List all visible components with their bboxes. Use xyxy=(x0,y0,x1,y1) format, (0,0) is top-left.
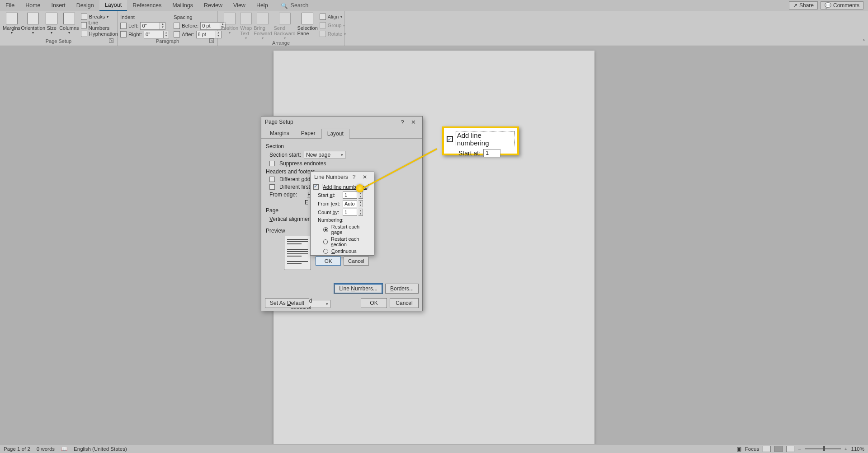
orientation-button[interactable]: Orientation▾ xyxy=(22,12,44,35)
tab-view[interactable]: View xyxy=(228,0,251,10)
status-page[interactable]: Page 1 of 2 xyxy=(4,446,30,452)
page-setup-close-button[interactable]: ✕ xyxy=(408,119,419,126)
web-layout-button[interactable] xyxy=(786,446,794,452)
restart-section-label: Restart each section xyxy=(331,236,371,247)
tab-file[interactable]: File xyxy=(0,0,20,10)
size-label: Size xyxy=(47,25,56,31)
borders-label: Borders... xyxy=(390,285,414,292)
columns-button[interactable]: Columns▾ xyxy=(59,12,79,35)
ps-tab-layout[interactable]: Layout xyxy=(321,129,349,139)
numbering-label: Numbering: xyxy=(318,217,371,223)
tab-home[interactable]: Home xyxy=(20,0,46,10)
paragraph-group-label: Paragraph xyxy=(156,38,179,44)
search-box[interactable]: 🔍 Search xyxy=(274,2,309,9)
ps-tab-paper[interactable]: Paper xyxy=(295,128,321,138)
menu-bar: File Home Insert Design Layout Reference… xyxy=(0,0,868,11)
ps-cancel-button[interactable]: Cancel xyxy=(390,298,419,308)
ribbon: Margins▾ Orientation▾ Size▾ Columns▾ Bre… xyxy=(0,11,868,46)
line-numbers-dialog-button[interactable]: Line Numbers... xyxy=(334,284,382,294)
tab-references[interactable]: References xyxy=(127,0,167,10)
start-at-input[interactable]: 1 xyxy=(343,191,357,199)
status-language[interactable]: English (United States) xyxy=(74,446,127,452)
indent-left-value[interactable]: 0" xyxy=(140,22,160,30)
tab-insert[interactable]: Insert xyxy=(46,0,71,10)
restart-section-radio[interactable] xyxy=(323,239,328,244)
restart-page-radio[interactable] xyxy=(323,227,328,232)
group-icon xyxy=(320,22,326,28)
indent-left[interactable]: Left:0"▲▼ xyxy=(120,22,169,30)
indent-header: Indent xyxy=(120,13,169,21)
hyphenation-button[interactable]: Hyphenation▾ xyxy=(81,30,122,38)
send-backward-button: Send Backward▾ xyxy=(274,12,296,40)
print-layout-button[interactable] xyxy=(774,446,783,452)
status-words[interactable]: 0 words xyxy=(37,446,55,452)
ps-ok-button[interactable]: OK xyxy=(361,298,387,308)
diff-odd-even-checkbox[interactable] xyxy=(269,177,275,182)
indent-right-spinner[interactable]: ▲▼ xyxy=(164,31,169,38)
from-text-spinner[interactable]: ▲▼ xyxy=(359,200,363,207)
from-text-label: From text: xyxy=(318,201,341,206)
vertical-alignment-label: Vertical alignment: xyxy=(269,216,314,222)
ln-help-button[interactable]: ? xyxy=(349,174,359,180)
spacing-after-label: After: xyxy=(182,32,194,37)
continuous-radio[interactable] xyxy=(323,249,328,254)
from-text-input[interactable]: Auto xyxy=(343,200,357,207)
zoom-level[interactable]: 110% xyxy=(851,446,864,452)
suppress-endnotes-checkbox[interactable] xyxy=(269,161,275,166)
set-as-default-button[interactable]: Set As Default xyxy=(265,298,309,308)
hyphenation-icon xyxy=(81,31,87,37)
bring-forward-label: Bring Forward xyxy=(254,25,272,36)
selection-pane-button[interactable]: Selection Pane xyxy=(297,12,318,36)
add-line-numbering-checkbox[interactable] xyxy=(313,184,319,190)
line-numbers-icon xyxy=(81,22,87,28)
spacing-before-value[interactable]: 0 pt xyxy=(200,22,220,30)
ps-tab-margins[interactable]: Margins xyxy=(264,128,295,138)
start-at-spinner[interactable]: ▲▼ xyxy=(359,191,363,199)
zoom-slider[interactable] xyxy=(805,448,841,449)
indent-right-value[interactable]: 0" xyxy=(144,31,164,38)
read-mode-button[interactable] xyxy=(763,446,771,452)
indent-right[interactable]: Right:0"▲▼ xyxy=(120,30,169,38)
section-start-label: Section start: xyxy=(269,152,301,158)
indent-left-spinner[interactable]: ▲▼ xyxy=(160,22,165,30)
ln-cancel-button[interactable]: Cancel xyxy=(344,257,369,266)
tab-design[interactable]: Design xyxy=(71,0,99,10)
status-focus[interactable]: Focus xyxy=(745,446,759,452)
collapse-ribbon-icon[interactable]: ˄ xyxy=(863,39,865,45)
focus-mode-icon[interactable]: ▣ xyxy=(736,446,741,452)
ln-close-button[interactable]: ✕ xyxy=(359,174,370,180)
line-numbers-dialog: Line Numbers ? ✕ Add line numbering Star… xyxy=(310,172,374,256)
indent-left-label: Left: xyxy=(128,23,138,28)
tab-mailings[interactable]: Mailings xyxy=(167,0,198,10)
page-setup-help-button[interactable]: ? xyxy=(397,119,408,126)
align-button[interactable]: Align▾ xyxy=(320,13,346,21)
line-numbers-dialog-label: Line Numbers... xyxy=(339,285,377,292)
tab-layout[interactable]: Layout xyxy=(99,0,127,11)
margins-button[interactable]: Margins▾ xyxy=(3,12,20,35)
spellcheck-icon[interactable]: 📖 xyxy=(61,446,67,452)
size-button[interactable]: Size▾ xyxy=(46,12,57,35)
count-by-spinner[interactable]: ▲▼ xyxy=(359,209,363,216)
callout-start-at-value: 1 xyxy=(483,149,500,157)
rotate-button: Rotate▾ xyxy=(320,30,346,38)
zoom-in-button[interactable]: + xyxy=(844,446,848,452)
page-setup-launcher[interactable]: ↘ xyxy=(109,38,113,43)
spacing-after-value[interactable]: 8 pt xyxy=(196,31,216,38)
selection-pane-label: Selection Pane xyxy=(297,25,318,36)
bring-forward-button: Bring Forward▾ xyxy=(254,12,272,40)
ln-ok-button[interactable]: OK xyxy=(316,257,341,266)
callout-checkbox-icon: ✓ xyxy=(447,136,453,142)
section-start-dropdown[interactable]: New page▾ xyxy=(304,151,345,159)
diff-first-page-checkbox[interactable] xyxy=(269,184,275,190)
comments-button[interactable]: 💬 Comments xyxy=(821,1,863,9)
position-label: Position xyxy=(221,25,238,31)
line-numbers-button[interactable]: Line Numbers▾ xyxy=(81,21,122,29)
borders-button[interactable]: Borders... xyxy=(385,284,419,294)
wrap-text-button: Wrap Text▾ xyxy=(240,12,252,40)
share-button[interactable]: ↗ Share xyxy=(789,1,818,9)
zoom-out-button[interactable]: − xyxy=(798,446,801,452)
tab-help[interactable]: Help xyxy=(251,0,274,10)
paragraph-launcher[interactable]: ↘ xyxy=(209,38,214,43)
tab-review[interactable]: Review xyxy=(198,0,228,10)
count-by-input[interactable]: 1 xyxy=(343,209,357,216)
